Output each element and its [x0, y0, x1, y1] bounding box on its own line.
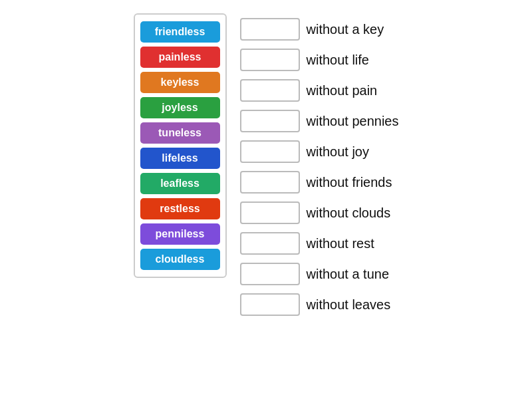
drop-box-match-1[interactable]: [240, 18, 300, 41]
match-label-match-4: without pennies: [307, 114, 399, 129]
word-badge-penniless[interactable]: penniless: [140, 223, 220, 245]
word-badge-painless[interactable]: painless: [140, 47, 220, 68]
match-label-match-8: without rest: [307, 236, 374, 251]
drop-box-match-2[interactable]: [240, 49, 300, 71]
match-row-match-9: without a tune: [240, 261, 399, 287]
match-label-match-5: without joy: [307, 144, 370, 160]
word-badge-leafless[interactable]: leafless: [140, 173, 220, 194]
drop-box-match-6[interactable]: [240, 171, 300, 194]
word-badge-restless[interactable]: restless: [140, 198, 220, 219]
match-list: without a keywithout lifewithout painwit…: [240, 13, 399, 318]
match-row-match-3: without pain: [240, 77, 399, 104]
match-row-match-2: without life: [240, 47, 399, 73]
drop-box-match-7[interactable]: [240, 201, 300, 224]
word-badge-keyless[interactable]: keyless: [140, 72, 220, 93]
word-badge-friendless[interactable]: friendless: [140, 21, 220, 43]
match-row-match-6: without friends: [240, 169, 399, 196]
drop-box-match-4[interactable]: [240, 110, 300, 132]
match-label-match-3: without pain: [307, 83, 378, 98]
match-row-match-1: without a key: [240, 16, 399, 43]
match-row-match-7: without clouds: [240, 200, 399, 226]
drop-box-match-9[interactable]: [240, 263, 300, 285]
match-row-match-10: without leaves: [240, 291, 399, 318]
match-label-match-9: without a tune: [307, 267, 390, 282]
match-label-match-10: without leaves: [307, 297, 391, 313]
match-label-match-2: without life: [307, 53, 370, 68]
match-row-match-8: without rest: [240, 230, 399, 257]
word-badge-tuneless[interactable]: tuneless: [140, 122, 220, 144]
match-label-match-7: without clouds: [307, 205, 391, 221]
drop-box-match-5[interactable]: [240, 140, 300, 163]
word-badge-cloudless[interactable]: cloudless: [140, 249, 220, 270]
match-row-match-4: without pennies: [240, 108, 399, 134]
word-badge-joyless[interactable]: joyless: [140, 97, 220, 118]
drop-box-match-3[interactable]: [240, 79, 300, 102]
word-badge-list: friendlesspainlesskeylessjoylesstuneless…: [134, 13, 227, 278]
drop-box-match-10[interactable]: [240, 293, 300, 316]
match-label-match-6: without friends: [307, 175, 392, 190]
word-badge-lifeless[interactable]: lifeless: [140, 148, 220, 169]
match-label-match-1: without a key: [307, 22, 384, 37]
main-container: friendlesspainlesskeylessjoylesstuneless…: [134, 13, 399, 318]
drop-box-match-8[interactable]: [240, 232, 300, 255]
match-row-match-5: without joy: [240, 138, 399, 165]
